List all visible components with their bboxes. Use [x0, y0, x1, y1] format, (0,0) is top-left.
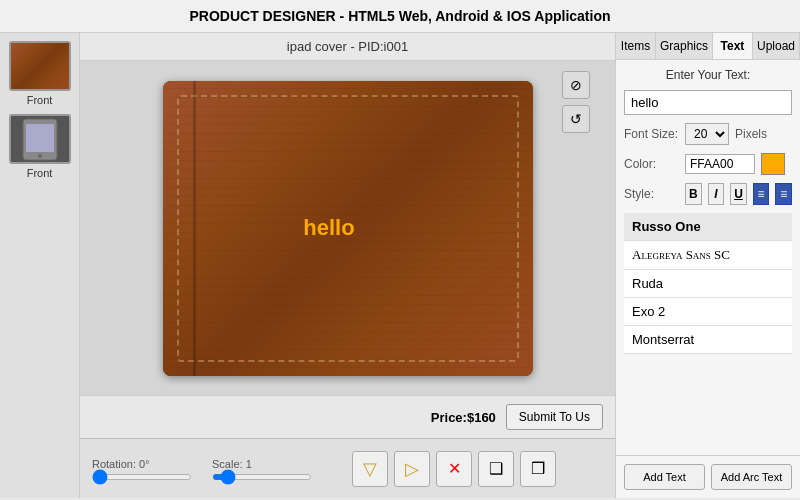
font-ruda[interactable]: Ruda: [624, 270, 792, 298]
thumb-ipad[interactable]: Front: [9, 114, 71, 179]
side-icons: ⊘ ↺: [562, 71, 590, 133]
right-panel: Items Graphics Text Upload Enter Your Te…: [615, 33, 800, 498]
tool-paste[interactable]: ❒: [520, 451, 556, 487]
page-header: PRODUCT DESIGNER - HTML5 Web, Android & …: [0, 0, 800, 33]
scale-slider[interactable]: [212, 474, 312, 480]
page-title: PRODUCT DESIGNER - HTML5 Web, Android & …: [189, 8, 610, 24]
leather-spine: [193, 81, 196, 376]
underline-button[interactable]: U: [730, 183, 747, 205]
add-arc-text-button[interactable]: Add Arc Text: [711, 464, 792, 490]
canvas-footer: Price:$160 Submit To Us: [80, 395, 615, 438]
svg-rect-1: [26, 124, 54, 152]
main-layout: Front Front ipad cover - PID:i001 ⊘ ↺: [0, 33, 800, 498]
bottom-bar: Rotation: 0° Scale: 1 ▽ ▷ ✕ ❑ ❒: [80, 438, 615, 498]
pixels-label: Pixels: [735, 127, 767, 141]
align-right-button[interactable]: ≡: [775, 183, 792, 205]
font-size-select[interactable]: 20 16 24 32 48: [685, 123, 729, 145]
rotation-slider[interactable]: [92, 474, 192, 480]
font-alegreya-sans-sc[interactable]: Alegreya Sans SC: [624, 241, 792, 270]
tab-upload[interactable]: Upload: [753, 33, 800, 59]
tool-align-left[interactable]: ▽: [352, 451, 388, 487]
rotate-icon-btn[interactable]: ↺: [562, 105, 590, 133]
tool-copy[interactable]: ❑: [478, 451, 514, 487]
price-label: Price:$160: [431, 410, 496, 425]
bottom-buttons: Add Text Add Arc Text: [616, 455, 800, 498]
thumb-leather-image: [9, 41, 71, 91]
right-content: Enter Your Text: Font Size: 20 16 24 32 …: [616, 60, 800, 455]
font-list-container: Russo One Alegreya Sans SC Ruda Exo 2 Mo…: [624, 213, 792, 447]
tool-buttons: ▽ ▷ ✕ ❑ ❒: [352, 451, 556, 487]
font-montserrat[interactable]: Montserrat: [624, 326, 792, 354]
style-label: Style:: [624, 187, 679, 201]
canvas-header: ipad cover - PID:i001: [80, 33, 615, 61]
color-row: Color:: [624, 153, 792, 175]
scale-control: Scale: 1: [212, 458, 312, 480]
font-list: Russo One Alegreya Sans SC Ruda Exo 2 Mo…: [624, 213, 792, 447]
thumb-leather[interactable]: Front: [9, 41, 71, 106]
tab-text[interactable]: Text: [713, 33, 753, 59]
tool-delete[interactable]: ✕: [436, 451, 472, 487]
color-input[interactable]: [685, 154, 755, 174]
flip-icon-btn[interactable]: ⊘: [562, 71, 590, 99]
svg-point-2: [38, 154, 42, 158]
rotation-control: Rotation: 0°: [92, 458, 192, 480]
italic-button[interactable]: I: [708, 183, 725, 205]
text-input[interactable]: [624, 90, 792, 115]
bold-button[interactable]: B: [685, 183, 702, 205]
font-exo-2[interactable]: Exo 2: [624, 298, 792, 326]
canvas-area: ⊘ ↺ hello: [80, 61, 615, 395]
tabs: Items Graphics Text Upload: [616, 33, 800, 60]
thumb-ipad-label: Front: [9, 167, 71, 179]
thumb-leather-label: Front: [9, 94, 71, 106]
thumb-ipad-image: [9, 114, 71, 164]
tab-items[interactable]: Items: [616, 33, 656, 59]
product-canvas: hello: [163, 81, 533, 376]
submit-button[interactable]: Submit To Us: [506, 404, 603, 430]
thumbnail-panel: Front Front: [0, 33, 80, 498]
add-text-button[interactable]: Add Text: [624, 464, 705, 490]
enter-text-label: Enter Your Text:: [624, 68, 792, 82]
tab-graphics[interactable]: Graphics: [656, 33, 713, 59]
color-swatch[interactable]: [761, 153, 785, 175]
font-russo-one[interactable]: Russo One: [624, 213, 792, 241]
font-size-row: Font Size: 20 16 24 32 48 Pixels: [624, 123, 792, 145]
style-row: Style: B I U ≡ ≡: [624, 183, 792, 205]
product-id-label: ipad cover - PID:i001: [287, 39, 408, 54]
tool-align-right[interactable]: ▷: [394, 451, 430, 487]
align-left-button[interactable]: ≡: [753, 183, 770, 205]
ipad-icon: [20, 117, 60, 162]
center-panel: ipad cover - PID:i001 ⊘ ↺ hello Price:$1…: [80, 33, 615, 498]
canvas-text-overlay[interactable]: hello: [303, 215, 354, 241]
font-size-label: Font Size:: [624, 127, 679, 141]
color-label: Color:: [624, 157, 679, 171]
